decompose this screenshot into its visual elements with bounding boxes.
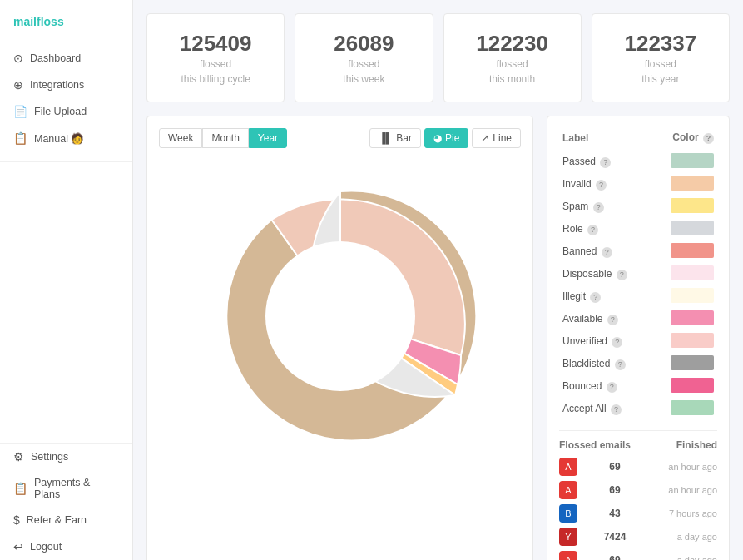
sidebar-item-integrations[interactable]: ⊕ Integrations bbox=[0, 72, 132, 98]
sidebar-item-refer[interactable]: $ Refer & Earn bbox=[0, 507, 132, 533]
color-swatch bbox=[671, 176, 714, 191]
legend-row: Bounced ? bbox=[559, 375, 717, 398]
bar-chart-button[interactable]: ▐▌ Bar bbox=[369, 128, 421, 148]
legend-row: Accept All ? bbox=[559, 398, 717, 420]
sidebar-divider bbox=[0, 161, 132, 162]
recent-row: B 43 7 hours ago bbox=[559, 504, 717, 523]
color-help-icon[interactable]: ? bbox=[703, 133, 714, 144]
legend-item-color bbox=[652, 173, 717, 196]
stat-card-billing: 125409 flossed this billing cycle bbox=[146, 13, 285, 102]
color-swatch bbox=[671, 243, 714, 258]
legend-help-icon[interactable]: ? bbox=[600, 157, 611, 168]
bar-label: Bar bbox=[396, 132, 412, 144]
recent-header: Flossed emails Finished bbox=[559, 439, 717, 451]
legend-col-label: Label bbox=[559, 128, 652, 151]
recent-col-emails: Flossed emails bbox=[559, 439, 631, 451]
sidebar-item-logout[interactable]: ↩ Logout bbox=[0, 533, 132, 560]
legend-help-icon[interactable]: ? bbox=[611, 404, 622, 415]
sidebar-item-settings[interactable]: ⚙ Settings bbox=[0, 444, 132, 470]
stat-number-year: 122337 bbox=[606, 31, 716, 57]
week-button[interactable]: Week bbox=[159, 128, 202, 148]
stat-card-month: 122230 flossed this month bbox=[443, 13, 582, 102]
legend-row: Invalid ? bbox=[559, 173, 717, 196]
legend-help-icon[interactable]: ? bbox=[615, 359, 626, 370]
sidebar-item-payments[interactable]: 📋 Payments & Plans bbox=[0, 470, 132, 507]
legend-item-color bbox=[652, 240, 717, 263]
legend-row: Available ? bbox=[559, 308, 717, 330]
color-swatch bbox=[671, 310, 714, 325]
legend-item-label: Disposable ? bbox=[559, 263, 652, 285]
stat-card-year: 122337 flossed this year bbox=[592, 13, 730, 102]
recent-icon: Y bbox=[559, 528, 577, 546]
color-swatch bbox=[671, 355, 714, 370]
recent-count: 69 bbox=[582, 484, 647, 496]
logo: mailfloss bbox=[0, 8, 132, 42]
recent-icon: A bbox=[559, 458, 577, 476]
recent-icon: B bbox=[559, 504, 577, 523]
stats-row: 125409 flossed this billing cycle 26089 … bbox=[146, 13, 730, 102]
file-upload-icon: 📄 bbox=[13, 105, 27, 118]
donut-chart-wrapper bbox=[159, 158, 521, 474]
stat-period-month: this month bbox=[458, 73, 567, 85]
line-label: Line bbox=[493, 132, 512, 144]
sidebar-item-dashboard[interactable]: ⊙ Dashboard bbox=[0, 45, 132, 72]
legend-help-icon[interactable]: ? bbox=[602, 247, 612, 258]
recent-icon: A bbox=[559, 481, 577, 499]
color-swatch bbox=[671, 378, 714, 393]
sidebar-bottom: ⚙ Settings 📋 Payments & Plans $ Refer & … bbox=[0, 443, 132, 560]
stat-label-week: flossed bbox=[309, 58, 419, 70]
pie-chart-button[interactable]: ◕ Pie bbox=[424, 128, 468, 148]
recent-count: 43 bbox=[582, 508, 647, 519]
legend-help-icon[interactable]: ? bbox=[607, 315, 618, 325]
recent-row: A 69 an hour ago bbox=[559, 481, 717, 499]
legend-item-label: Accept All ? bbox=[559, 398, 652, 420]
manual-icon: 📋 bbox=[13, 131, 27, 145]
settings-icon: ⚙ bbox=[13, 450, 24, 463]
legend-help-icon[interactable]: ? bbox=[596, 180, 607, 191]
recent-time: a day ago bbox=[652, 532, 717, 542]
legend-help-icon[interactable]: ? bbox=[607, 382, 617, 393]
legend-help-icon[interactable]: ? bbox=[590, 292, 601, 303]
sidebar-item-file-upload[interactable]: 📄 File Upload bbox=[0, 98, 132, 125]
color-swatch bbox=[671, 153, 714, 168]
stat-period-year: this year bbox=[606, 73, 716, 85]
color-swatch bbox=[671, 198, 714, 213]
legend-row: Banned ? bbox=[559, 240, 717, 263]
legend-row: Blacklisted ? bbox=[559, 353, 717, 375]
chart-panel: Week Month Year ▐▌ Bar ◕ Pie bbox=[146, 116, 533, 560]
chart-toolbar: Week Month Year ▐▌ Bar ◕ Pie bbox=[159, 128, 521, 148]
legend-item-label: Passed ? bbox=[559, 151, 652, 173]
legend-help-icon[interactable]: ? bbox=[612, 337, 622, 348]
recent-time: 7 hours ago bbox=[652, 508, 717, 518]
recent-time: an hour ago bbox=[652, 462, 717, 472]
recent-time: an hour ago bbox=[652, 485, 717, 495]
line-chart-button[interactable]: ↗ Line bbox=[472, 128, 521, 148]
legend-help-icon[interactable]: ? bbox=[593, 202, 604, 213]
nav-section: ⊙ Dashboard ⊕ Integrations 📄 File Upload… bbox=[0, 42, 132, 155]
sidebar-item-manual[interactable]: 📋 Manual 🧑 bbox=[0, 125, 132, 151]
month-button[interactable]: Month bbox=[202, 128, 248, 148]
legend-item-label: Illegit ? bbox=[559, 285, 652, 308]
svg-point-0 bbox=[265, 241, 415, 391]
legend-help-icon[interactable]: ? bbox=[617, 270, 627, 280]
color-swatch bbox=[671, 333, 714, 348]
right-panel: Label Color ? Passed ? Invalid ? Spam ? bbox=[547, 116, 730, 560]
legend-help-icon[interactable]: ? bbox=[587, 225, 598, 235]
legend-col-color: Color ? bbox=[652, 128, 717, 151]
legend-item-color bbox=[652, 375, 717, 398]
legend-item-color bbox=[652, 398, 717, 420]
legend-item-color bbox=[652, 308, 717, 330]
legend-item-label: Invalid ? bbox=[559, 173, 652, 196]
legend-row: Passed ? bbox=[559, 151, 717, 173]
pie-icon: ◕ bbox=[433, 132, 442, 144]
recent-count: 7424 bbox=[582, 531, 647, 543]
year-button[interactable]: Year bbox=[249, 128, 287, 148]
donut-chart bbox=[191, 166, 490, 466]
recent-section: Flossed emails Finished A 69 an hour ago… bbox=[559, 430, 717, 560]
time-btn-group: Week Month Year bbox=[159, 128, 287, 148]
stat-period-week: this week bbox=[309, 73, 419, 85]
legend-row: Role ? bbox=[559, 218, 717, 240]
integrations-icon: ⊕ bbox=[13, 78, 23, 92]
chart-section: Week Month Year ▐▌ Bar ◕ Pie bbox=[146, 116, 730, 560]
legend-item-color bbox=[652, 353, 717, 375]
